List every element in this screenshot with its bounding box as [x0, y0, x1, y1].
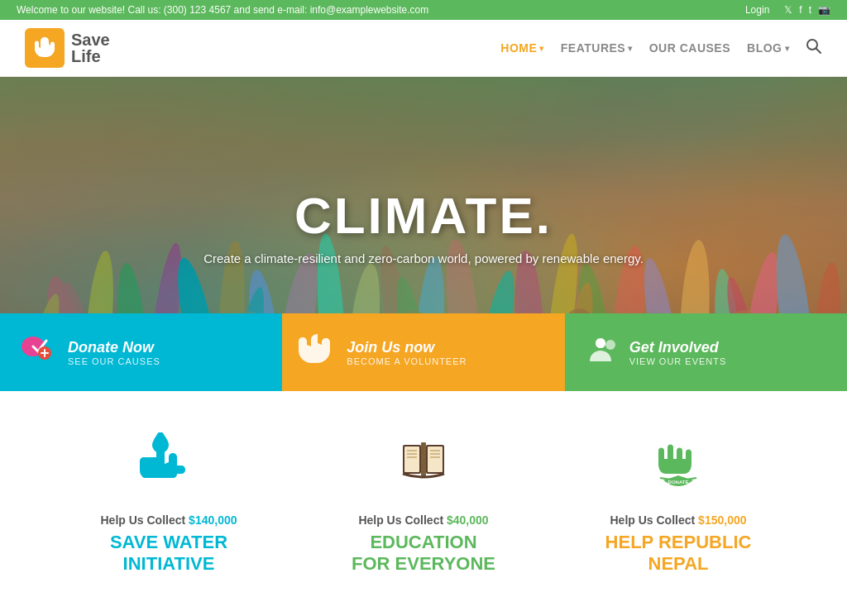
- donate-now-title: Donate Now: [68, 339, 160, 356]
- nav-features[interactable]: FEATURES ▾: [561, 41, 633, 55]
- nav-our-causes[interactable]: OUR CAUSES: [649, 41, 730, 55]
- hero-title: CLIMATE.: [203, 186, 644, 245]
- get-involved-text: Get Involved View our events: [629, 339, 727, 366]
- svg-line-1: [816, 48, 821, 53]
- home-dropdown-arrow: ▾: [539, 44, 544, 53]
- svg-rect-44: [421, 442, 426, 476]
- cards-section: Help Us Collect $140,000 SAVE WATERINITI…: [0, 391, 847, 600]
- card-3-collect: Help Us Collect $150,000: [576, 513, 781, 527]
- main-nav: HOME ▾ FEATURES ▾ OUR CAUSES BLOG ▾: [500, 38, 822, 59]
- donate-now-button[interactable]: Donate Now see our causes: [0, 313, 282, 391]
- card-2-title: EDUCATIONFOR EVERYONE: [321, 532, 526, 575]
- card-2-amount: $40,000: [447, 513, 489, 527]
- card-nepal: DONATE Help Us Collect $150,000 HELP REP…: [559, 432, 797, 575]
- blog-dropdown-arrow: ▾: [785, 44, 790, 53]
- join-us-text: Join Us now become a volunteer: [347, 339, 467, 366]
- facebook-icon[interactable]: f: [799, 4, 802, 16]
- nav-home[interactable]: HOME ▾: [500, 41, 544, 55]
- nepal-donate-icon: DONATE: [576, 432, 781, 501]
- get-involved-icon: [581, 330, 620, 375]
- top-bar-message: Welcome to our website! Call us: (300) 1…: [17, 4, 428, 16]
- card-1-amount: $140,000: [189, 513, 237, 527]
- logo[interactable]: Save Life: [25, 28, 110, 68]
- donate-icon: [17, 328, 58, 376]
- login-link[interactable]: Login: [745, 4, 769, 16]
- logo-icon: [25, 28, 65, 68]
- card-1-title: SAVE WATERINITIATIVE: [66, 532, 271, 575]
- card-save-water: Help Us Collect $140,000 SAVE WATERINITI…: [50, 432, 288, 575]
- nav-blog[interactable]: BLOG ▾: [747, 41, 789, 55]
- logo-text: Save Life: [71, 31, 110, 64]
- top-bar: Welcome to our website! Call us: (300) 1…: [0, 0, 847, 20]
- card-2-collect: Help Us Collect $40,000: [321, 513, 526, 527]
- hero-subtitle: Create a climate-resilient and zero-carb…: [203, 251, 644, 265]
- card-3-amount: $150,000: [698, 513, 746, 527]
- cta-buttons-row: Donate Now see our causes Join Us now be…: [0, 313, 847, 391]
- water-icon: [66, 432, 271, 501]
- tumblr-icon[interactable]: t: [809, 4, 811, 16]
- instagram-icon[interactable]: 📷: [818, 4, 830, 16]
- get-involved-title: Get Involved: [629, 339, 727, 356]
- join-us-button[interactable]: Join Us now become a volunteer: [282, 313, 564, 391]
- book-icon: [321, 432, 526, 501]
- search-button[interactable]: [806, 38, 822, 59]
- carousel-dots: [0, 600, 847, 616]
- hero-section: CLIMATE. Create a climate-resilient and …: [0, 77, 847, 391]
- get-involved-sub: View our events: [629, 356, 727, 366]
- join-us-title: Join Us now: [347, 339, 467, 356]
- get-involved-button[interactable]: Get Involved View our events: [565, 313, 847, 391]
- card-education: Help Us Collect $40,000 EDUCATIONFOR EVE…: [304, 432, 543, 575]
- join-us-sub: become a volunteer: [347, 356, 467, 366]
- top-bar-right: Login 𝕏 f t 📷: [745, 4, 830, 16]
- features-dropdown-arrow: ▾: [628, 44, 633, 53]
- hero-content: CLIMATE. Create a climate-resilient and …: [203, 186, 644, 265]
- svg-point-41: [605, 340, 615, 350]
- donate-now-text: Donate Now see our causes: [68, 339, 160, 366]
- twitter-icon[interactable]: 𝕏: [784, 4, 792, 16]
- card-1-collect: Help Us Collect $140,000: [66, 513, 271, 527]
- join-icon: [299, 330, 337, 375]
- donate-now-sub: see our causes: [68, 356, 160, 366]
- header: Save Life HOME ▾ FEATURES ▾ OUR CAUSES B…: [0, 20, 847, 77]
- card-3-title: HELP REPUBLICNEPAL: [576, 532, 781, 575]
